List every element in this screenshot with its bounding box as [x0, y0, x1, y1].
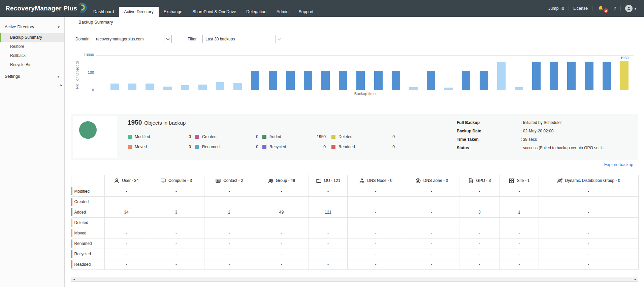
backup-bar-19[interactable] [427, 71, 435, 90]
help-button[interactable]: ? [609, 6, 620, 11]
backup-bar-22[interactable] [480, 71, 488, 90]
backup-bar-30[interactable] [620, 61, 629, 90]
backup-bar-16[interactable] [374, 71, 383, 90]
table-cell: - [309, 249, 348, 259]
table-cell: - [348, 259, 404, 270]
tab-exchange[interactable]: Exchange [159, 7, 188, 17]
table-row-moved: Moved---------- [71, 228, 639, 238]
backup-bar-23[interactable] [497, 62, 506, 90]
row-accent-bar [71, 240, 72, 248]
contact-icon [215, 178, 221, 184]
table-cell: - [254, 238, 309, 249]
backup-bar-3[interactable] [146, 84, 154, 90]
scroll-right-icon[interactable]: ▸ [633, 277, 638, 281]
column-header-label: Site - 1 [517, 178, 529, 183]
sidebar-item-rollback[interactable]: Rollback [0, 51, 64, 60]
backup-bar-10[interactable] [269, 71, 277, 90]
row-accent-bar [71, 260, 72, 268]
backup-bar-21[interactable] [462, 71, 470, 90]
filter-label: Filter [188, 37, 197, 41]
table-cell: - [204, 186, 254, 197]
page-title: Backup Summary [78, 20, 113, 25]
backup-bar-8[interactable] [233, 83, 242, 90]
legend-value: 0 [256, 145, 258, 149]
chevron-down-icon [276, 35, 283, 43]
table-cell: - [105, 249, 148, 259]
table-cell: - [404, 197, 459, 207]
sidebar-items: Backup SummaryRestoreRollbackRecycle Bin [0, 33, 64, 69]
sidebar-section-settings[interactable]: Settings ▸ [0, 72, 64, 81]
table-cell: - [348, 238, 404, 249]
explore-backup-link[interactable]: Explore backup [604, 162, 633, 167]
legend-label: Modified [135, 134, 189, 139]
row-label: Readded [71, 259, 105, 270]
table-cell: - [204, 259, 254, 270]
detail-label: Full Backup [457, 120, 521, 125]
backup-bar-27[interactable] [567, 62, 576, 90]
sidebar-item-restore[interactable]: Restore [0, 42, 64, 51]
objects-count: 1950 [128, 119, 142, 126]
backup-bar-2[interactable] [128, 84, 136, 90]
backup-bar-24[interactable] [515, 87, 523, 90]
tab-delegation[interactable]: Delegation [241, 7, 271, 17]
tab-sharepoint-onedrive[interactable]: SharePoint & OneDrive [187, 7, 241, 17]
legend-item-readded: Readded0 [331, 145, 395, 149]
notifications-button[interactable]: 2 [592, 5, 609, 11]
backup-bar-chart: No. of Objects 100001000 1950 Backup tim… [65, 49, 644, 100]
horizontal-scrollbar[interactable]: ◂ ▸ [71, 277, 638, 282]
account-menu[interactable]: ▾ [621, 5, 641, 12]
sidebar-collapse-toggle[interactable]: ▸ [60, 83, 62, 87]
table-cell: - [254, 186, 309, 197]
backup-bar-26[interactable] [550, 62, 558, 90]
backup-bar-1[interactable] [110, 84, 119, 90]
backup-bar-14[interactable] [339, 71, 347, 90]
backup-bar-13[interactable] [321, 71, 330, 90]
scroll-left-icon[interactable]: ◂ [71, 277, 77, 281]
app-logo-text: RecoveryManager Plus [5, 5, 77, 12]
table-cell: - [204, 228, 254, 238]
sidebar-section-active-directory[interactable]: Active Directory ▾ [0, 23, 64, 31]
backup-bar-4[interactable] [163, 87, 172, 90]
table-cell: - [459, 228, 500, 238]
legend-label: Moved [135, 145, 189, 149]
backup-bar-29[interactable] [603, 62, 611, 90]
detail-label: Time Taken [457, 137, 521, 142]
table-cell: - [539, 186, 639, 197]
license-button[interactable]: License [569, 6, 592, 11]
backup-bar-28[interactable] [585, 62, 593, 90]
backup-bar-5[interactable] [181, 85, 189, 90]
backup-bar-6[interactable] [198, 85, 207, 90]
domain-select-value: recoverymanagerplus.com [93, 37, 164, 41]
table-cell: - [254, 218, 309, 228]
sidebar-item-backup-summary[interactable]: Backup Summary [0, 33, 64, 42]
chart-x-axis-label: Backup time [96, 92, 634, 96]
detail-value: : 38 secs [521, 137, 537, 142]
x-axis-line [96, 90, 634, 90]
table-cell: - [105, 197, 148, 207]
backup-bar-12[interactable] [304, 71, 312, 90]
sidebar-section-title: Active Directory [5, 25, 34, 29]
backup-bar-7[interactable] [216, 82, 224, 90]
jump-to-button[interactable]: Jump To [544, 6, 569, 11]
backup-bar-9[interactable] [251, 71, 259, 90]
table-cell: - [309, 259, 348, 270]
backup-bar-17[interactable] [392, 71, 400, 90]
table-cell: - [404, 228, 459, 238]
backup-bar-18[interactable] [409, 87, 418, 90]
backup-bar-20[interactable] [444, 88, 453, 90]
chevron-down-icon: ▾ [58, 25, 60, 29]
table-cell: - [459, 186, 500, 197]
tab-dashboard[interactable]: Dashboard [88, 7, 119, 17]
backup-bar-11[interactable] [286, 71, 295, 90]
backup-filter-select[interactable]: Last 30 backups [202, 35, 283, 43]
legend-swatch [128, 135, 132, 139]
sidebar-item-recycle-bin[interactable]: Recycle Bin [0, 60, 64, 69]
backup-bar-25[interactable] [532, 62, 541, 90]
tab-support[interactable]: Support [293, 7, 318, 17]
tab-active-directory[interactable]: Active Directory [119, 7, 159, 17]
backup-bar-15[interactable] [356, 71, 365, 90]
tab-admin[interactable]: Admin [271, 7, 293, 17]
domain-select[interactable]: recoverymanagerplus.com [93, 35, 172, 43]
app-logo-icon [78, 2, 88, 13]
column-header-user-34: User - 34 [105, 175, 148, 186]
